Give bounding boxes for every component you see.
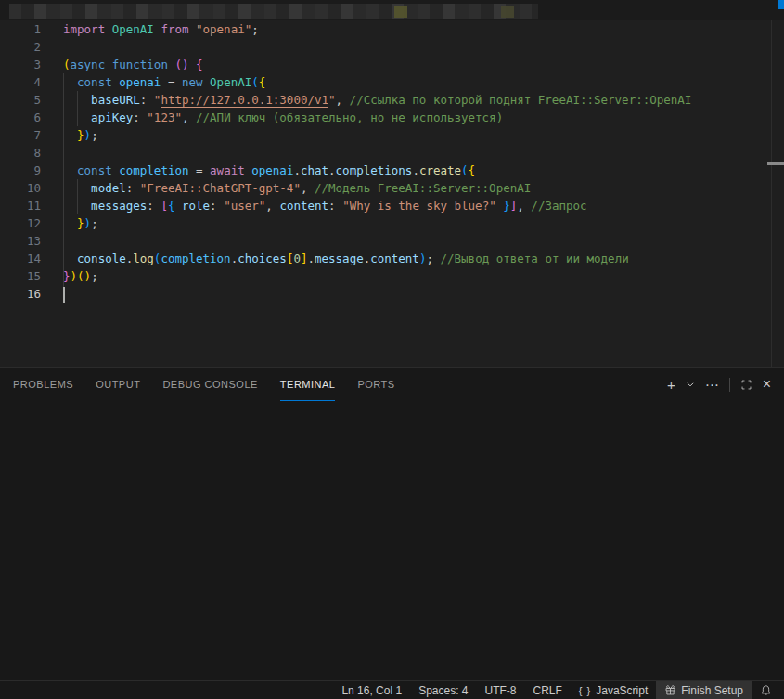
- panel-tab-debug-console[interactable]: DEBUG CONSOLE: [162, 368, 257, 401]
- separator: [729, 378, 730, 392]
- finish-setup-label: Finish Setup: [681, 684, 743, 697]
- line-number: 3: [0, 56, 63, 73]
- panel-actions: + ⋯ ×: [667, 373, 771, 395]
- code-line[interactable]: 1import OpenAI from "openai";: [0, 20, 259, 38]
- line-number: 8: [0, 144, 63, 162]
- close-panel-button[interactable]: ×: [763, 377, 771, 392]
- code-line[interactable]: 10 model: "FreeAI::ChatGPT-gpt-4", //Мод…: [0, 179, 531, 197]
- panel-tab-ports[interactable]: PORTS: [357, 368, 394, 401]
- line-number: 16: [0, 285, 63, 303]
- line-number: 1: [0, 20, 63, 38]
- line-number: 15: [0, 267, 63, 285]
- indent-guide: [77, 91, 78, 126]
- braces-icon: { }: [579, 685, 591, 696]
- maximize-panel-icon[interactable]: [740, 379, 752, 391]
- line-number: 2: [0, 38, 63, 56]
- indent-guide: [63, 73, 64, 288]
- finish-setup-button[interactable]: Finish Setup: [656, 681, 752, 699]
- code-line[interactable]: 2: [0, 38, 63, 56]
- code-line[interactable]: 6 apiKey: "123", //АПИ ключ (обязательно…: [0, 109, 503, 126]
- gift-icon: [664, 684, 676, 696]
- line-number: 4: [0, 73, 63, 91]
- code-line[interactable]: 3(async function () {: [0, 56, 203, 73]
- code-line[interactable]: 13: [0, 232, 63, 250]
- editor-cursor: [63, 287, 65, 303]
- line-number: 14: [0, 250, 63, 267]
- line-number: 12: [0, 214, 63, 232]
- redacted-tab-labels: [9, 4, 538, 19]
- eol-indicator[interactable]: CRLF: [525, 681, 571, 699]
- cursor-position-indicator[interactable]: Ln 16, Col 1: [333, 681, 410, 699]
- launch-profile-chevron-icon[interactable]: [686, 380, 695, 389]
- language-label: JavaScript: [596, 684, 648, 697]
- scrollbar-top-decoration: [778, 0, 784, 9]
- panel-tab-output[interactable]: OUTPUT: [96, 368, 140, 401]
- line-number: 6: [0, 109, 63, 126]
- redacted-accent-block: [501, 6, 514, 18]
- line-number: 7: [0, 126, 63, 144]
- line-number: 11: [0, 197, 63, 214]
- indentation-indicator[interactable]: Spaces: 4: [410, 681, 476, 699]
- code-line[interactable]: 12 });: [0, 214, 98, 232]
- code-line[interactable]: 8: [0, 144, 63, 162]
- encoding-indicator[interactable]: UTF-8: [477, 681, 525, 699]
- line-number: 13: [0, 232, 63, 250]
- code-line[interactable]: 5 baseURL: "http://127.0.0.1:3000/v1", /…: [0, 91, 691, 109]
- line-number: 5: [0, 91, 63, 109]
- status-bar: Ln 16, Col 1 Spaces: 4 UTF-8 CRLF { } Ja…: [0, 680, 784, 699]
- notifications-bell-icon[interactable]: [752, 681, 784, 699]
- bottom-panel: PROBLEMSOUTPUTDEBUG CONSOLETERMINALPORTS…: [0, 367, 784, 680]
- code-line[interactable]: 4 const openai = new OpenAI({: [0, 73, 265, 91]
- code-line[interactable]: 16: [0, 285, 63, 303]
- overview-ruler[interactable]: [771, 20, 784, 367]
- redacted-accent-block: [394, 6, 407, 18]
- code-line[interactable]: 15})();: [0, 267, 98, 285]
- indent-guide: [77, 179, 78, 214]
- language-mode-indicator[interactable]: { } JavaScript: [571, 681, 656, 699]
- code-line[interactable]: 7 });: [0, 126, 98, 144]
- code-line[interactable]: 9 const completion = await openai.chat.c…: [0, 162, 475, 179]
- panel-tab-problems[interactable]: PROBLEMS: [13, 368, 73, 401]
- line-number: 9: [0, 162, 63, 179]
- code-line[interactable]: 14 console.log(completion.choices[0].mes…: [0, 250, 629, 267]
- code-editor[interactable]: 1import OpenAI from "openai";23(async fu…: [0, 20, 784, 367]
- overview-ruler-mark: [767, 162, 784, 165]
- more-actions-button[interactable]: ⋯: [705, 378, 719, 392]
- line-number: 10: [0, 179, 63, 197]
- new-terminal-button[interactable]: +: [667, 378, 675, 392]
- panel-tab-terminal[interactable]: TERMINAL: [280, 368, 336, 401]
- editor-tab-bar[interactable]: [0, 0, 784, 20]
- code-line[interactable]: 11 messages: [{ role: "user", content: "…: [0, 197, 587, 214]
